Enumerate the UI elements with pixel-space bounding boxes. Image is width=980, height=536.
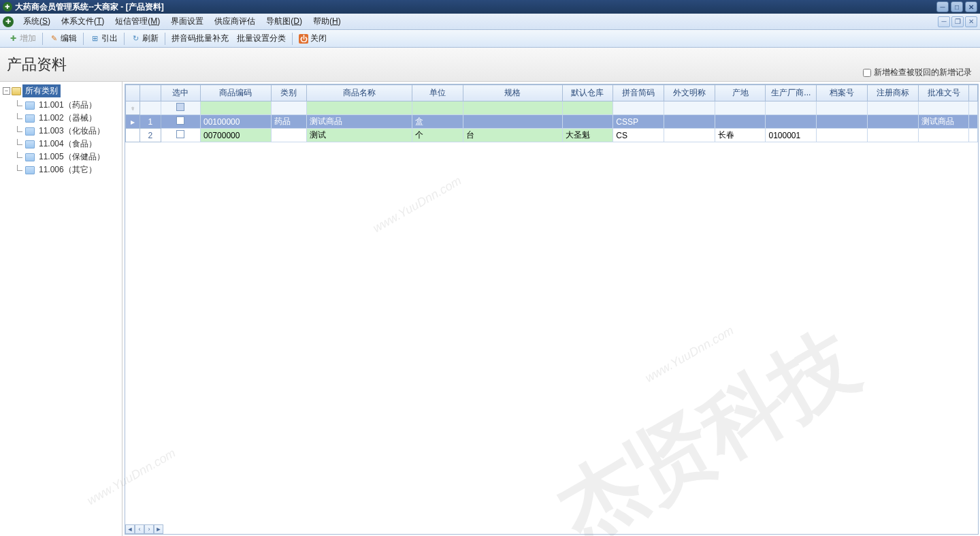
cell[interactable]: ▸	[126, 115, 140, 129]
cell[interactable]	[817, 115, 868, 129]
tree-root-label[interactable]: 所有类别	[22, 84, 61, 97]
filter-checkbox[interactable]	[176, 103, 184, 111]
tree-leaf[interactable]: 11.005（保健品）	[14, 151, 122, 163]
cell[interactable]: 测试商品	[306, 115, 412, 129]
mdi-close-button[interactable]: ✕	[965, 16, 977, 27]
edit-button[interactable]: ✎编辑	[45, 31, 81, 46]
filter-cell[interactable]	[463, 101, 562, 115]
mdi-restore-button[interactable]: ❐	[951, 16, 964, 27]
menu-help[interactable]: 帮助(H)	[308, 14, 346, 29]
tree-leaf[interactable]: 11.006（其它）	[14, 163, 122, 176]
row-checkbox[interactable]	[176, 130, 184, 138]
cell[interactable]	[918, 129, 969, 142]
batch-category-button[interactable]: 批量设置分类	[233, 31, 290, 46]
filter-cell[interactable]	[817, 101, 868, 115]
pinyin-batch-button[interactable]: 拼音码批量补充	[167, 31, 233, 46]
column-header[interactable]: 生产厂商...	[766, 85, 817, 101]
cell[interactable]: 1	[140, 115, 161, 129]
tree-leaf[interactable]: 11.001（药品）	[14, 99, 122, 112]
cell[interactable]	[969, 129, 978, 142]
column-header[interactable]	[126, 85, 140, 101]
filter-cell[interactable]	[969, 101, 978, 115]
cell[interactable]	[271, 129, 306, 142]
cell[interactable]: 盒	[412, 115, 463, 129]
close-window-button[interactable]: ✕	[965, 1, 977, 12]
column-header[interactable]: 单位	[412, 85, 463, 101]
cell[interactable]	[969, 115, 978, 129]
table-row[interactable]: 200700000测试个台大圣魁CS长春0100001	[126, 129, 978, 142]
column-header[interactable]: 产地	[715, 85, 766, 101]
cell[interactable]	[126, 129, 140, 142]
filter-cell[interactable]	[161, 101, 200, 115]
cell[interactable]: 长春	[715, 129, 766, 142]
cell[interactable]	[463, 115, 562, 129]
column-header[interactable]: 选中	[161, 85, 200, 101]
refresh-button[interactable]: ↻刷新	[127, 31, 163, 46]
export-button[interactable]: ⊞引出	[86, 31, 122, 46]
cell[interactable]: CS	[613, 129, 664, 142]
filter-cell[interactable]	[412, 101, 463, 115]
tree-leaf[interactable]: 11.002（器械）	[14, 112, 122, 125]
column-header[interactable]	[140, 85, 161, 101]
cell[interactable]: 00700000	[201, 129, 272, 142]
product-grid[interactable]: 选中商品编码类别商品名称单位规格默认仓库拼音简码外文明称产地生产厂商...档案号…	[125, 84, 978, 142]
cell[interactable]: 2	[140, 129, 161, 142]
tree-collapse-icon[interactable]: −	[3, 87, 10, 95]
column-header[interactable]: 外文明称	[664, 85, 715, 101]
tree-root[interactable]: − 所有类别	[3, 84, 122, 97]
cell[interactable]: 药品	[271, 115, 306, 129]
grid-nav-first[interactable]: ◄	[125, 524, 135, 534]
cell[interactable]: 大圣魁	[562, 129, 613, 142]
menu-system-files[interactable]: 体系文件(T)	[56, 14, 110, 29]
cell[interactable]: 测试	[306, 129, 412, 142]
menu-system[interactable]: 系统(S)	[18, 14, 56, 29]
close-button[interactable]: ⏻关闭	[295, 31, 331, 46]
column-header[interactable]	[969, 85, 978, 101]
column-header[interactable]: 商品编码	[201, 85, 272, 101]
grid-nav-prev[interactable]: ‹	[135, 524, 144, 534]
column-header[interactable]: 默认仓库	[562, 85, 613, 101]
table-row[interactable]: ▸100100000药品测试商品盒CSSP测试商品	[126, 115, 978, 129]
tree-leaf[interactable]: 11.003（化妆品）	[14, 125, 122, 138]
row-checkbox[interactable]	[176, 116, 184, 125]
cell[interactable]	[766, 115, 817, 129]
cell[interactable]	[161, 115, 200, 129]
cell[interactable]	[715, 115, 766, 129]
menu-ui-settings[interactable]: 界面设置	[165, 14, 209, 29]
cell[interactable]	[664, 129, 715, 142]
grid-nav-next[interactable]: ›	[144, 524, 154, 534]
column-header[interactable]: 类别	[271, 85, 306, 101]
filter-cell[interactable]	[766, 101, 817, 115]
cell[interactable]: 个	[412, 129, 463, 142]
column-header[interactable]: 商品名称	[306, 85, 412, 101]
tree-leaf[interactable]: 11.004（食品）	[14, 138, 122, 151]
filter-cell[interactable]	[867, 101, 918, 115]
cell[interactable]	[562, 115, 613, 129]
filter-cell[interactable]	[562, 101, 613, 115]
cell[interactable]	[867, 115, 918, 129]
cell[interactable]: CSSP	[613, 115, 664, 129]
column-header[interactable]: 档案号	[817, 85, 868, 101]
filter-cell[interactable]	[613, 101, 664, 115]
check-rejected-checkbox[interactable]	[863, 69, 871, 77]
menu-nav[interactable]: 导航图(D)	[261, 14, 308, 29]
cell[interactable]: 0100001	[766, 129, 817, 142]
column-header[interactable]: 批准文号	[918, 85, 969, 101]
cell[interactable]: 台	[463, 129, 562, 142]
cell[interactable]	[161, 129, 200, 142]
grid-nav-last[interactable]: ►	[154, 524, 163, 534]
filter-cell[interactable]	[306, 101, 412, 115]
mdi-minimize-button[interactable]: ─	[938, 16, 950, 27]
column-header[interactable]: 规格	[463, 85, 562, 101]
column-header[interactable]: 拼音简码	[613, 85, 664, 101]
filter-cell[interactable]	[201, 101, 272, 115]
cell[interactable]	[664, 115, 715, 129]
column-header[interactable]: 注册商标	[867, 85, 918, 101]
menu-supplier-eval[interactable]: 供应商评估	[209, 14, 261, 29]
check-rejected-label[interactable]: 新增检查被驳回的新增记录	[863, 67, 972, 78]
filter-cell[interactable]	[715, 101, 766, 115]
minimize-button[interactable]: ─	[936, 1, 949, 12]
maximize-button[interactable]: □	[951, 1, 963, 12]
filter-cell[interactable]	[664, 101, 715, 115]
cell[interactable]	[817, 129, 868, 142]
